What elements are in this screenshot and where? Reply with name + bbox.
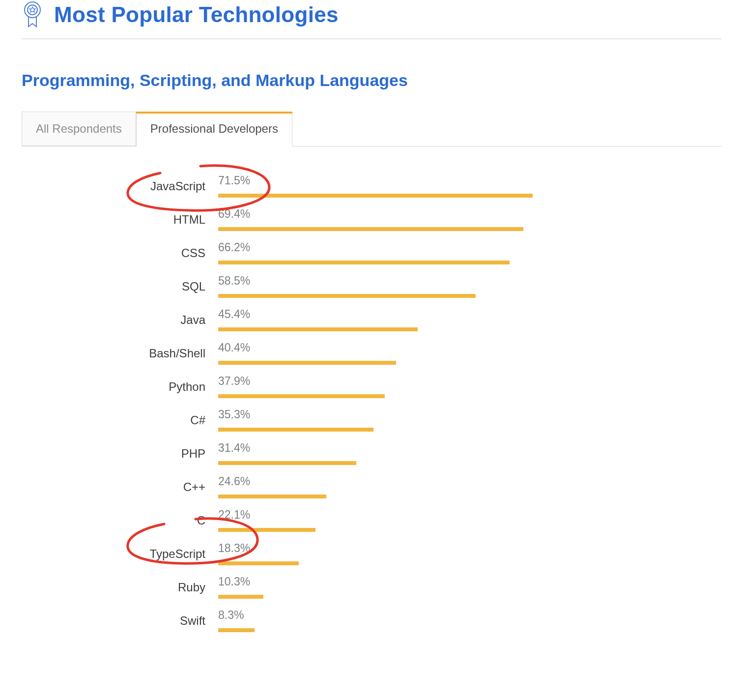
chart-row-label: C — [22, 514, 218, 527]
chart-row-barcell: 40.4% — [218, 340, 702, 367]
chart-row: C++24.6% — [22, 474, 702, 500]
chart-row-barcell: 22.1% — [218, 507, 702, 534]
chart-bar-horizontal: JavaScript71.5%HTML69.4%CSS66.2%SQL58.5%… — [22, 173, 721, 634]
chart-row-bar — [218, 595, 263, 599]
tab-all-respondents[interactable]: All Respondents — [22, 112, 136, 146]
page-title: Most Popular Technologies — [54, 2, 339, 27]
chart-row-value: 69.4% — [218, 207, 250, 221]
chart-row: HTML69.4% — [22, 206, 702, 233]
chart-row-barcell: 10.3% — [218, 574, 702, 601]
chart-row-barcell: 69.4% — [218, 206, 702, 233]
tab-professional-developers[interactable]: Professional Developers — [136, 112, 292, 146]
chart-row-label: Java — [22, 313, 218, 327]
chart-row-barcell: 66.2% — [218, 240, 702, 266]
chart-row-bar — [218, 461, 356, 465]
chart-row-value: 37.9% — [218, 375, 250, 388]
svg-point-0 — [25, 2, 40, 18]
chart-row-value: 31.4% — [218, 441, 250, 455]
chart-row-label: C++ — [22, 480, 218, 494]
chart-row: C#35.3% — [22, 407, 702, 434]
chart-row-value: 18.3% — [218, 542, 250, 555]
chart-row-barcell: 18.3% — [218, 541, 702, 567]
chart-row-bar — [218, 194, 533, 198]
chart-row-barcell: 71.5% — [218, 173, 702, 200]
chart-row-barcell: 58.5% — [218, 273, 702, 300]
chart-row-bar — [218, 628, 255, 632]
chart-row-label: Ruby — [22, 581, 218, 594]
chart-row: Java45.4% — [22, 307, 702, 333]
chart-row-bar — [218, 528, 315, 532]
chart-row: C22.1% — [22, 507, 702, 534]
chart-row-value: 35.3% — [218, 408, 250, 421]
chart-row: Swift8.3% — [22, 608, 702, 634]
award-badge-icon — [22, 0, 43, 29]
chart-row-bar — [218, 327, 418, 331]
chart-row-value: 40.4% — [218, 341, 250, 354]
chart-row-barcell: 8.3% — [218, 608, 702, 634]
chart-row-barcell: 37.9% — [218, 374, 702, 400]
chart-row-bar — [218, 227, 523, 231]
chart-row-barcell: 24.6% — [218, 474, 702, 500]
chart-row-bar — [218, 561, 299, 565]
chart-row-bar — [218, 394, 385, 398]
chart-row-value: 8.3% — [218, 609, 244, 622]
chart-row-value: 24.6% — [218, 475, 250, 488]
chart-row: Bash/Shell40.4% — [22, 340, 702, 367]
chart-row-barcell: 45.4% — [218, 307, 702, 333]
chart-row: SQL58.5% — [22, 273, 702, 300]
chart-row-label: HTML — [22, 213, 218, 227]
page-header: Most Popular Technologies — [22, 0, 721, 39]
chart-row-label: Python — [22, 380, 218, 394]
chart-row: JavaScript71.5% — [22, 173, 702, 200]
chart-row-bar — [218, 361, 396, 365]
chart-row: TypeScript18.3% — [22, 541, 702, 567]
chart-row-barcell: 35.3% — [218, 407, 702, 434]
chart-row-label: CSS — [22, 246, 218, 260]
chart-row-label: TypeScript — [22, 547, 218, 561]
chart-row-label: Bash/Shell — [22, 347, 218, 360]
chart-row: CSS66.2% — [22, 240, 702, 266]
svg-marker-2 — [29, 7, 35, 12]
chart-row-label: JavaScript — [22, 179, 218, 193]
chart-row-label: SQL — [22, 280, 218, 293]
chart-row-value: 10.3% — [218, 575, 250, 588]
chart-row-value: 45.4% — [218, 308, 250, 321]
chart-row-bar — [218, 428, 373, 432]
chart-row-value: 66.2% — [218, 241, 250, 254]
chart-row-bar — [218, 261, 510, 264]
chart-row-barcell: 31.4% — [218, 440, 702, 467]
chart-row-value: 22.1% — [218, 508, 250, 522]
chart-row: PHP31.4% — [22, 440, 702, 467]
chart-row-label: C# — [22, 413, 218, 427]
chart-row-label: Swift — [22, 614, 218, 628]
chart-row-bar — [218, 495, 326, 498]
chart-row-label: PHP — [22, 447, 218, 461]
chart-row-value: 58.5% — [218, 274, 250, 288]
chart-row: Ruby10.3% — [22, 574, 702, 601]
chart-row-bar — [218, 294, 476, 298]
chart-row: Python37.9% — [22, 374, 702, 400]
section-subtitle: Programming, Scripting, and Markup Langu… — [22, 71, 721, 90]
tabs: All Respondents Professional Developers — [22, 112, 721, 146]
chart-row-value: 71.5% — [218, 174, 250, 187]
